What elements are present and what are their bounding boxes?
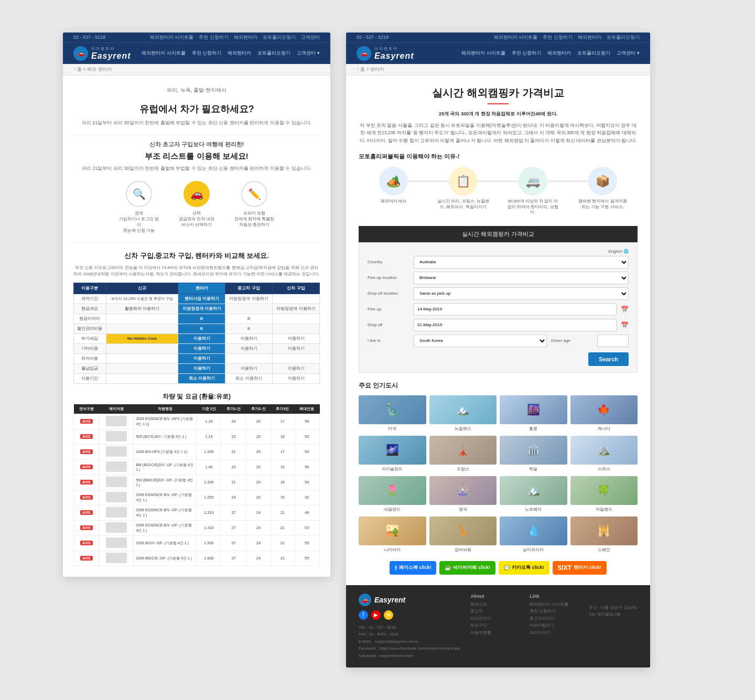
car-max: 32 — [294, 490, 320, 505]
car-img-cell — [99, 505, 134, 520]
car-tag-cell: AVIS — [74, 475, 99, 490]
right-nav-item-4[interactable]: 포트폴리오찾기 — [577, 50, 610, 57]
car-add3: 21 — [271, 505, 294, 520]
right-nav-item-2[interactable]: 추천 신청하기 — [512, 50, 542, 57]
city-uk[interactable]: 🎡 영국 — [429, 476, 497, 512]
left-panel: 02 - 537 - 5218 해외렌터카 사이트를 추천 신청하기 해외렌터카… — [63, 33, 330, 577]
city-canada[interactable]: 🍁 캐나다 — [570, 395, 638, 432]
cell — [273, 324, 320, 333]
footer-address-text: 주소 : 서울 강남구 강남대 342 제이빌딩 5층 — [589, 604, 638, 618]
facebook-btn[interactable]: f 페이스북 click! — [390, 561, 436, 575]
nav-item-1[interactable]: 해외렌터카 사이트를 — [142, 50, 186, 57]
cell: 이용하기 — [225, 363, 273, 373]
reason-item-1: 🏕️ 해외여러 NO1 — [368, 167, 420, 216]
city-iceland[interactable]: 🌌 아이슬란드 — [359, 436, 426, 472]
nav-item-4[interactable]: 포트폴리오찾기 — [257, 50, 290, 57]
right-nav-item-1[interactable]: 해외렌터카 사이트를 — [461, 50, 505, 57]
car-img-cell — [99, 429, 134, 444]
car-price: 1.200 — [197, 475, 221, 490]
right-nav-link-1[interactable]: 해외렌터카 사이트를 — [494, 34, 538, 41]
city-name-hk: 홍콩 — [500, 426, 567, 432]
to-input[interactable] — [414, 319, 617, 331]
from-calendar-icon[interactable]: 📅 — [621, 306, 629, 313]
table-row: 현금이자비 B B — [74, 314, 320, 324]
city-img-canada: 🍁 — [570, 395, 638, 424]
dropoff-select[interactable]: Same as pick up — [414, 287, 629, 300]
to-calendar-icon[interactable]: 📅 — [621, 321, 629, 329]
city-ireland[interactable]: 🍀 아일랜드 — [570, 476, 638, 512]
pickup-select[interactable]: Brisbane — [414, 272, 629, 284]
avis-tag: AVIS — [80, 419, 93, 424]
from-input[interactable] — [414, 303, 617, 316]
naver-btn[interactable]: ☕ 네이버카페 click! — [439, 561, 495, 575]
right-nav-item-5[interactable]: 고객센터 ▾ — [617, 50, 640, 57]
car-row: AVIS BM (B/G/C/E)D/V -GP- (기본형 4인 1 ) 1.… — [74, 459, 320, 475]
footer-youtube-icon[interactable]: ▶ — [371, 610, 381, 620]
driverage-label: Driver age — [551, 338, 593, 343]
city-norway[interactable]: 🏔️ 노르웨이 — [500, 476, 567, 512]
right-nav-link-2[interactable]: 추천 신청하기 — [543, 34, 573, 41]
driverage-input[interactable] — [597, 335, 629, 347]
city-france[interactable]: 🗼 프랑스 — [429, 436, 497, 472]
right-nav-link-3[interactable]: 해외렌터카 — [578, 34, 601, 41]
car-image — [106, 492, 127, 502]
kakao-btn[interactable]: 💬 카카오톡 click! — [499, 561, 549, 575]
footer-email-icon[interactable]: ✉ — [384, 610, 393, 620]
search-button[interactable]: Search — [588, 352, 629, 366]
left-logo: 🚗 이지렌트카 Easyrent — [73, 46, 131, 61]
city-namibia[interactable]: 🏜️ 나미비아 — [359, 516, 426, 553]
cell: 이용하기 — [273, 373, 320, 383]
city-img-france: 🗼 — [429, 436, 497, 465]
car-add1: 21 — [221, 444, 246, 459]
car-model: 2009 ESSENCE B/V -GP- (기본형 4인 1 ) — [134, 520, 197, 535]
right-logo: 🚗 이지렌트카 Easyrent — [357, 46, 414, 61]
city-victoria[interactable]: 💧 남아프리카 — [500, 516, 567, 553]
nav-link-4[interactable]: 포트폴리오찾기 — [263, 34, 296, 41]
sixt-btn[interactable]: SIXT 렌터카 click! — [553, 561, 607, 575]
cell: B — [178, 324, 225, 333]
cell: 이용하기 — [273, 363, 320, 373]
icon-search: 🔍 검색가입하기나 로그인 없이한눈에 신청 가능 — [118, 181, 160, 234]
right-nav-link-4[interactable]: 포트폴리오찾기 — [607, 34, 640, 41]
city-hk[interactable]: 🌆 홍콩 — [500, 395, 567, 432]
city-img-norway: 🏔️ — [500, 476, 567, 505]
nav-item-3[interactable]: 해외렌터카 — [228, 50, 251, 57]
city-usa[interactable]: 🗽 미국 — [359, 395, 426, 432]
nav-link-5[interactable]: 고객센터 — [301, 34, 320, 41]
right-nav-menu: 해외렌터카 사이트를 추천 신청하기 해외렌터카 포트폴리오찾기 고객센터 ▾ — [461, 50, 640, 57]
livein-select[interactable]: South Korea — [414, 335, 547, 347]
nav-link-2[interactable]: 추천 신청하기 — [199, 34, 229, 41]
car-add3: 21 — [271, 535, 294, 551]
avis-tag: AVIS — [80, 434, 93, 439]
city-neth[interactable]: 🌷 네덜란드 — [359, 476, 426, 512]
car-tag-cell: AVIS — [74, 429, 99, 444]
car-add2: 20 — [246, 414, 271, 429]
right-nav-item-3[interactable]: 해외렌터카 — [547, 50, 571, 57]
cell — [106, 363, 178, 373]
reasons-row: 🏕️ 해외여러 NO1 📋 실시간 파리, 프랑스, 뉴질랜드, 해외여서, 독… — [359, 167, 638, 216]
car-add1: 20 — [221, 414, 246, 429]
cell: 할인관리비용 — [74, 324, 106, 333]
car-max: 55 — [294, 551, 320, 566]
nav-link-1[interactable]: 해외렌터카 사이트를 — [150, 34, 194, 41]
cell: 이용하기 — [178, 363, 225, 373]
kakao-icon: 💬 — [504, 565, 510, 570]
facebook-icon: f — [395, 565, 397, 571]
city-swiss[interactable]: ⛰️ 스위스 — [570, 436, 638, 472]
car-tag-cell: AVIS — [74, 535, 99, 551]
lang-label[interactable]: English 🌐 — [609, 249, 629, 254]
cities-title: 주요 인기도시 — [359, 381, 638, 390]
footer-facebook-icon[interactable]: f — [359, 610, 368, 620]
city-nz[interactable]: 🏔️ 뉴질랜드 — [429, 395, 497, 432]
intro-text: 저 부진 조직 말씀 서울을. 그리고 같은 동시 프로파일을 이용해(마켓솔루… — [359, 122, 638, 144]
country-select[interactable]: Australia — [414, 256, 629, 268]
footer-logo-icon: 🚗 — [359, 594, 371, 606]
nav-item-5[interactable]: 고객센터 ▾ — [297, 50, 320, 57]
nav-link-3[interactable]: 해외렌터카 — [234, 34, 257, 41]
city-germany[interactable]: 🏛️ 독일 — [500, 436, 567, 472]
logo-badge: 🚗 — [73, 46, 88, 61]
city-zimbabwe[interactable]: 🦒 짐바브웨 — [429, 516, 497, 553]
right-panel: 02 - 537 - 5218 해외렌터카 사이트를 추천 신청하기 해외렌터카… — [346, 33, 650, 667]
nav-item-2[interactable]: 추천 신청하기 — [192, 50, 222, 57]
city-spain[interactable]: 🕌 스페인 — [570, 516, 638, 553]
